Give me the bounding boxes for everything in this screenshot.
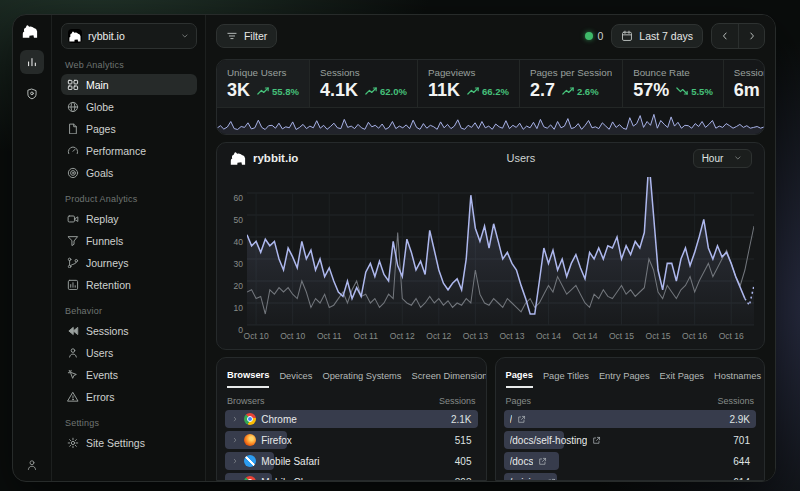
- y-tick-label: 30: [234, 259, 243, 269]
- stat-sessions[interactable]: Sessions4.1K62.0%: [310, 60, 418, 107]
- stat-value: 11K: [428, 80, 460, 101]
- stat-session-duration[interactable]: Session Duration6m 22s9.6%: [724, 60, 765, 107]
- sidebar-item-goals[interactable]: Goals: [61, 162, 197, 183]
- row-label: Mobile Safari: [261, 456, 319, 467]
- row-content: /docs/self-hosting: [504, 435, 608, 446]
- stat-unique-users[interactable]: Unique Users3K55.8%: [217, 60, 310, 107]
- tab-hostnames[interactable]: Hostnames: [714, 371, 761, 387]
- sidebar-item-globe[interactable]: Globe: [61, 96, 197, 117]
- table-row[interactable]: /pricing614: [504, 473, 757, 481]
- row-label: /docs: [510, 456, 534, 467]
- date-range-button[interactable]: Last 7 days: [611, 24, 703, 48]
- browsers-panel-tabs: BrowsersDevicesOperating SystemsScreen D…: [217, 358, 486, 391]
- table-row[interactable]: /docs644: [504, 452, 757, 470]
- sidebar-item-events[interactable]: Events: [61, 364, 197, 385]
- external-link-icon[interactable]: [517, 415, 526, 424]
- y-tick-label: 10: [234, 303, 243, 313]
- chevron-right-icon[interactable]: [231, 457, 239, 465]
- tab-exit-pages[interactable]: Exit Pages: [660, 371, 704, 387]
- app-window: rybbit.io Web AnalyticsMainGlobePagesPer…: [12, 14, 776, 482]
- tab-operating-systems[interactable]: Operating Systems: [322, 371, 401, 387]
- bottom-panels: BrowsersDevicesOperating SystemsScreen D…: [216, 357, 765, 481]
- site-selector[interactable]: rybbit.io: [61, 23, 197, 49]
- column-header-left: Pages: [506, 396, 532, 406]
- target-icon: [67, 167, 79, 179]
- stat-line: 11K66.2%: [428, 80, 509, 101]
- gear-icon: [67, 437, 79, 449]
- table-row[interactable]: Mobile Chrome393: [225, 473, 478, 481]
- sidebar-item-label: Sessions: [86, 325, 129, 337]
- calendar-icon: [621, 30, 633, 42]
- tab-devices[interactable]: Devices: [279, 371, 312, 387]
- sidebar-item-pages[interactable]: Pages: [61, 118, 197, 139]
- interval-select[interactable]: Hour: [693, 149, 752, 168]
- stat-line: 3K55.8%: [227, 80, 299, 101]
- table-row[interactable]: Firefox515: [225, 431, 478, 449]
- funnel-icon: [67, 235, 79, 247]
- sidebar-item-errors[interactable]: Errors: [61, 386, 197, 407]
- x-tick-label: Oct 12: [426, 331, 451, 341]
- stat-change: 66.2%: [482, 86, 509, 97]
- chevron-right-icon[interactable]: [231, 436, 239, 444]
- next-period-button[interactable]: [738, 24, 764, 48]
- sidebar-item-label: Funnels: [86, 235, 123, 247]
- sidebar-item-retention[interactable]: Retention: [61, 274, 197, 295]
- pointer-icon: [67, 369, 79, 381]
- tab-entry-pages[interactable]: Entry Pages: [599, 371, 650, 387]
- chevron-right-icon[interactable]: [231, 478, 239, 481]
- x-tick-label: Oct 11: [317, 331, 341, 341]
- external-link-icon[interactable]: [592, 436, 601, 445]
- filter-icon: [226, 30, 238, 42]
- sidebar-item-sessions[interactable]: Sessions: [61, 320, 197, 341]
- chevron-right-icon[interactable]: [231, 415, 239, 423]
- table-row[interactable]: Chrome2.1K: [225, 410, 478, 428]
- live-dot-icon: [585, 32, 593, 40]
- tab-pages[interactable]: Pages: [506, 370, 533, 388]
- row-value: 2.1K: [451, 414, 472, 425]
- stat-change: 55.8%: [272, 86, 299, 97]
- stat-value: 3K: [227, 80, 250, 101]
- sidebar-item-replay[interactable]: Replay: [61, 208, 197, 229]
- stat-trend: 5.5%: [676, 86, 713, 97]
- stat-bounce-rate[interactable]: Bounce Rate57%5.5%: [623, 60, 724, 107]
- stat-pageviews[interactable]: Pageviews11K66.2%: [418, 60, 520, 107]
- sidebar-item-label: Goals: [86, 167, 113, 179]
- table-row[interactable]: Mobile Safari405: [225, 452, 478, 470]
- external-link-icon[interactable]: [547, 478, 556, 481]
- sidebar-item-site-settings[interactable]: Site Settings: [61, 432, 197, 453]
- sidebar-item-users[interactable]: Users: [61, 342, 197, 363]
- video-icon: [67, 213, 79, 225]
- stat-change: 62.0%: [380, 86, 407, 97]
- shield-rail-button[interactable]: [20, 82, 44, 106]
- tab-browsers[interactable]: Browsers: [227, 370, 269, 388]
- sidebar-item-label: Users: [86, 347, 113, 359]
- prev-period-button[interactable]: [712, 24, 738, 48]
- sidebar-item-label: Retention: [86, 279, 131, 291]
- table-row[interactable]: /2.9K: [504, 410, 757, 428]
- stat-pages-per-session[interactable]: Pages per Session2.72.6%: [520, 60, 623, 107]
- table-row[interactable]: /docs/self-hosting701: [504, 431, 757, 449]
- trend-down-icon: [676, 86, 688, 96]
- plot-area[interactable]: [247, 177, 754, 329]
- sidebar-item-main[interactable]: Main: [61, 74, 197, 95]
- tab-page-titles[interactable]: Page Titles: [543, 371, 589, 387]
- pages-panel-columns: Pages Sessions: [496, 391, 765, 410]
- filter-button[interactable]: Filter: [216, 24, 277, 48]
- external-link-icon[interactable]: [538, 457, 547, 466]
- column-header-left: Browsers: [227, 396, 265, 406]
- tab-screen-dimensions[interactable]: Screen Dimensions: [412, 371, 486, 387]
- row-value: 2.9K: [729, 414, 750, 425]
- chrome-icon: [244, 476, 256, 481]
- sidebar-item-journeys[interactable]: Journeys: [61, 252, 197, 273]
- trend-up-icon: [562, 86, 574, 96]
- analytics-rail-button[interactable]: [20, 50, 44, 74]
- stat-value: 2.7: [530, 80, 555, 101]
- row-content: /docs: [504, 456, 554, 467]
- sidebar-item-funnels[interactable]: Funnels: [61, 230, 197, 251]
- stat-label: Unique Users: [227, 67, 299, 78]
- sidebar-item-performance[interactable]: Performance: [61, 140, 197, 161]
- user-account-icon[interactable]: [26, 459, 38, 471]
- stats-card: Unique Users3K55.8%Sessions4.1K62.0%Page…: [216, 59, 765, 135]
- browsers-panel: BrowsersDevicesOperating SystemsScreen D…: [216, 357, 487, 481]
- sidebar-section-label: Settings: [65, 418, 193, 428]
